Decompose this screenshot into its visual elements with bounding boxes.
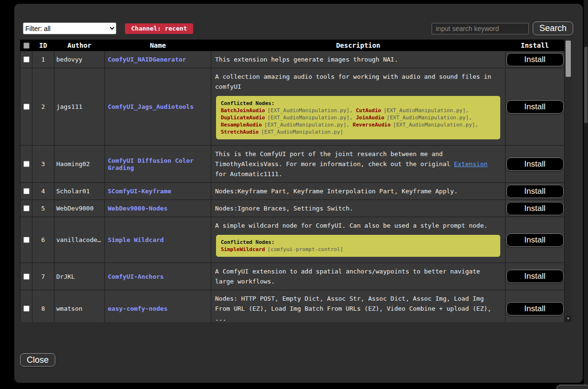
node-name-cell: ComfyUI_NAIDGenerator: [105, 51, 211, 68]
page-scrollbar[interactable]: [584, 0, 588, 389]
table-body: 1bedovyyComfyUI_NAIDGeneratorThis extens…: [21, 51, 565, 323]
chevron-down-icon: ▼: [567, 316, 570, 321]
node-name-link[interactable]: easy-comfy-nodes: [108, 305, 167, 312]
node-description: A simple wildcard node for ComfyUI. Can …: [215, 221, 501, 231]
node-name-cell: easy-comfy-nodes: [105, 290, 211, 323]
row-checkbox[interactable]: [23, 273, 30, 280]
row-select-cell: [21, 200, 32, 217]
row-checkbox[interactable]: [23, 205, 30, 211]
install-button[interactable]: Install: [506, 302, 564, 315]
table-scrollbar[interactable]: ▼: [564, 40, 572, 322]
node-id: 8: [32, 290, 54, 323]
node-name-link[interactable]: ComfyUI_NAIDGenerator: [108, 56, 186, 63]
node-id: 3: [32, 146, 54, 183]
row-checkbox[interactable]: [23, 188, 30, 194]
close-button[interactable]: Close: [20, 353, 55, 367]
node-author: bedovyy: [54, 51, 105, 68]
node-name-link[interactable]: ComfyUI-Anchors: [108, 273, 164, 280]
install-custom-nodes-dialog: Filter: all Channel: recent Search ID Au…: [14, 4, 583, 383]
node-description-cell: A collection amazing audio tools for wor…: [211, 68, 505, 146]
node-description-cell: Nodes:Keyframe Part, Keyframe Interpolat…: [211, 183, 505, 200]
install-button[interactable]: Install: [506, 185, 564, 198]
select-all-checkbox[interactable]: [23, 42, 30, 49]
table-row: 4Scholar01SComfyUI-KeyframeNodes:Keyfram…: [21, 183, 565, 200]
row-checkbox[interactable]: [23, 104, 30, 110]
conflict-node-ref: [EXT_AudioManipulation.py],: [387, 115, 472, 121]
install-cell: Install: [505, 263, 565, 290]
node-description: This is the ComfyUI port of the joint re…: [215, 149, 501, 179]
table-row: 8wmatsoneasy-comfy-nodesNodes: HTTP POST…: [21, 290, 565, 323]
node-id: 6: [32, 217, 54, 263]
table-row: 5WebDev9000WebDev9000-NodesNodes:Ignore …: [21, 200, 565, 217]
row-select-cell: [21, 183, 32, 200]
page-scrollbar-thumb[interactable]: [584, 47, 588, 123]
conflict-node-ref: [EXT_AudioManipulation.py],: [264, 122, 352, 128]
search-button[interactable]: Search: [533, 21, 573, 35]
node-author: Haoming02: [54, 146, 105, 183]
conflict-node-name: ResampleAudio: [221, 122, 262, 128]
table-row: 7DrJKLComfyUI-AnchorsA ComfyUI extension…: [21, 263, 565, 290]
conflicted-nodes-box: Conflicted Nodes:SimpleWildcard[comfyui-…: [216, 235, 500, 257]
node-description: This extension helps generate images thr…: [215, 54, 501, 64]
node-name-link[interactable]: ComfyUI_Jags_Audiotools: [108, 103, 194, 110]
install-cell: Install: [505, 183, 565, 200]
row-select-cell: [21, 68, 32, 146]
install-cell: Install: [505, 146, 565, 183]
row-checkbox[interactable]: [23, 56, 30, 63]
col-header-install: Install: [505, 40, 565, 51]
conflict-title: Conflicted Nodes:: [221, 100, 495, 107]
row-select-cell: [21, 51, 32, 68]
install-button[interactable]: Install: [506, 100, 564, 114]
col-header-description: Description: [211, 40, 505, 51]
node-description-cell: Nodes: HTTP POST, Empty Dict, Assoc Str,…: [211, 290, 505, 323]
install-cell: Install: [505, 217, 565, 263]
partial-button-bottom-right[interactable]: [557, 385, 588, 389]
row-select-cell: [21, 263, 32, 290]
conflict-node-name: DuplicateAudio: [221, 115, 265, 121]
col-header-name: Name: [105, 40, 211, 51]
description-link[interactable]: Extension: [454, 160, 487, 168]
node-id: 2: [32, 68, 54, 146]
node-author: vanillacode…: [54, 217, 105, 263]
install-cell: Install: [505, 200, 565, 217]
conflict-node-ref: [EXT_AudioManipulation.py],: [383, 107, 469, 114]
node-name-cell: ComfyUI-Anchors: [105, 263, 211, 290]
conflict-node-ref: [EXT_AudioManipulation.py],: [268, 107, 356, 114]
node-description: A collection amazing audio tools for wor…: [215, 72, 501, 92]
table-row: 1bedovyyComfyUI_NAIDGeneratorThis extens…: [21, 51, 565, 68]
install-button[interactable]: Install: [506, 53, 564, 66]
table-row: 2jags111ComfyUI_Jags_AudiotoolsA collect…: [21, 68, 565, 146]
search-input[interactable]: [432, 23, 529, 34]
install-button[interactable]: Install: [506, 233, 564, 247]
node-name-link[interactable]: WebDev9000-Nodes: [108, 205, 167, 212]
node-name-link[interactable]: Simple Wildcard: [108, 236, 164, 243]
conflict-node-ref: [comfyui-prompt-control]: [268, 246, 343, 252]
node-name-link[interactable]: SComfyUI-Keyframe: [108, 188, 171, 195]
conflict-title: Conflicted Nodes:: [221, 239, 495, 246]
row-checkbox[interactable]: [23, 161, 30, 167]
table-scrollbar-thumb[interactable]: [566, 41, 571, 77]
custom-nodes-table: ID Author Name Description Install 1bedo…: [20, 40, 564, 322]
conflict-node-ref: [EXT_AudioManipulation.py],: [393, 122, 478, 128]
install-button[interactable]: Install: [506, 158, 564, 171]
conflict-list: BatchJoinAudio[EXT_AudioManipulation.py]…: [221, 107, 495, 136]
row-checkbox[interactable]: [23, 237, 30, 243]
node-author: wmatson: [54, 290, 105, 323]
row-select-cell: [21, 146, 32, 183]
install-cell: Install: [505, 68, 565, 146]
node-description-cell: Nodes:Ignore Braces, Settings Switch.: [211, 200, 505, 217]
row-checkbox[interactable]: [23, 305, 30, 312]
node-author: WebDev9000: [54, 200, 105, 217]
node-name-cell: WebDev9000-Nodes: [105, 200, 211, 217]
conflict-node-ref: [EXT_AudioManipulation.py]: [261, 129, 343, 135]
node-name-link[interactable]: ComfyUI Diffusion Color Grading: [108, 157, 194, 171]
scroll-down-button[interactable]: ▼: [565, 315, 571, 322]
table-viewport: ID Author Name Description Install 1bedo…: [20, 40, 564, 322]
description-text-post: for Automatic1111.: [215, 170, 282, 178]
install-button[interactable]: Install: [506, 270, 564, 283]
node-author: jags111: [54, 68, 105, 146]
row-select-cell: [21, 217, 32, 263]
install-button[interactable]: Install: [506, 202, 564, 215]
conflict-node-name: CutAudio: [356, 107, 381, 114]
filter-select[interactable]: Filter: all: [23, 22, 116, 34]
